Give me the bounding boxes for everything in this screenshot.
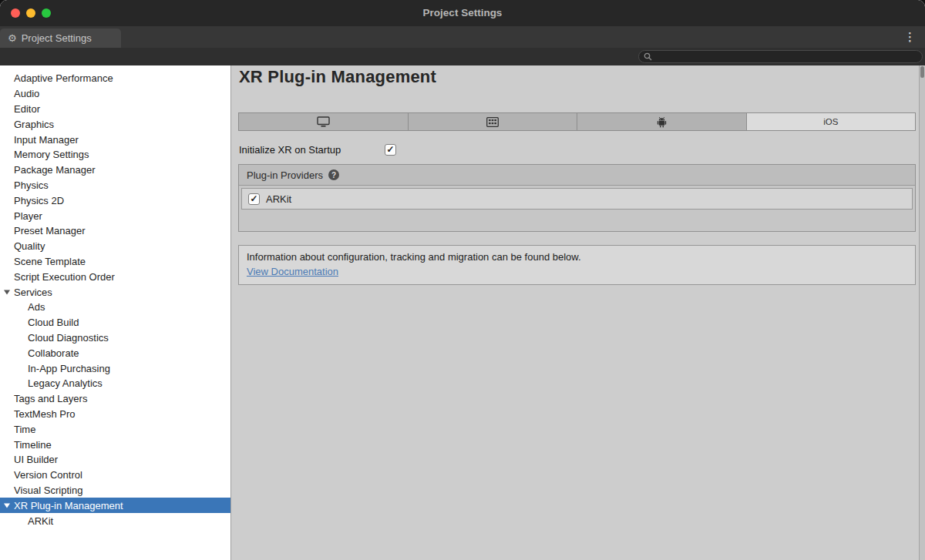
scrollbar-thumb[interactable]: [920, 66, 924, 78]
sidebar-item-label: Input Manager: [14, 134, 79, 146]
page-title: XR Plug-in Management: [239, 67, 436, 87]
sidebar-item-label: Services: [14, 287, 52, 298]
sidebar-item-in-app-purchasing[interactable]: In-App Purchasing: [0, 360, 230, 376]
sidebar-item-physics-2d[interactable]: Physics 2D: [0, 193, 230, 208]
search-toolbar: [0, 48, 925, 65]
sidebar-item-label: ARKit: [28, 515, 53, 527]
sidebar-item-cloud-diagnostics[interactable]: Cloud Diagnostics: [0, 330, 230, 346]
sidebar-item-label: Version Control: [14, 469, 82, 481]
sidebar-item-player[interactable]: Player: [0, 208, 230, 223]
android-icon: [657, 116, 667, 128]
sidebar-item-textmesh-pro[interactable]: TextMesh Pro: [0, 407, 230, 422]
sidebar-item-label: Physics 2D: [14, 195, 64, 206]
content-area: Adaptive PerformanceAudioEditorGraphicsI…: [0, 65, 925, 560]
window-title: Project Settings: [0, 0, 925, 26]
platform-tab-ios[interactable]: iOS: [746, 113, 916, 130]
sidebar-item-input-manager[interactable]: Input Manager: [0, 132, 230, 147]
sidebar-item-label: Preset Manager: [14, 225, 86, 236]
tab-bar: ⚙ Project Settings ⋮: [0, 26, 925, 48]
sidebar-item-legacy-analytics[interactable]: Legacy Analytics: [0, 376, 230, 391]
titlebar: Project Settings: [0, 0, 925, 26]
kebab-menu-icon[interactable]: ⋮: [904, 30, 916, 44]
sidebar-item-scene-template[interactable]: Scene Template: [0, 254, 230, 270]
sidebar-item-label: Script Execution Order: [14, 271, 115, 283]
sidebar-item-label: Graphics: [14, 119, 54, 130]
sidebar-item-adaptive-performance[interactable]: Adaptive Performance: [0, 71, 230, 86]
search-input[interactable]: [638, 50, 923, 63]
sidebar-item-label: Tags and Layers: [14, 393, 87, 404]
initialize-xr-row: Initialize XR on Startup ✓: [239, 142, 396, 157]
sidebar-item-label: TextMesh Pro: [14, 408, 75, 420]
sidebar-item-label: UI Builder: [14, 454, 58, 465]
sidebar-item-services[interactable]: Services: [0, 284, 230, 300]
sidebar-item-label: Ads: [28, 301, 45, 313]
sidebar-item-label: Legacy Analytics: [28, 377, 103, 389]
platform-tab-desktop[interactable]: [239, 113, 408, 130]
sidebar-item-visual-scripting[interactable]: Visual Scripting: [0, 483, 230, 498]
sidebar-item-label: XR Plug-in Management: [14, 500, 123, 511]
monitor-icon: [317, 116, 330, 127]
checkmark-icon: ✓: [386, 145, 394, 154]
plugin-providers-title: Plug-in Providers: [247, 169, 323, 181]
disclosure-triangle-icon[interactable]: [4, 504, 10, 508]
provider-label: ARKit: [266, 193, 291, 205]
platform-tab-windows[interactable]: [408, 113, 577, 130]
checkmark-icon: ✓: [250, 194, 257, 203]
sidebar-item-ui-builder[interactable]: UI Builder: [0, 452, 230, 468]
provider-row-arkit[interactable]: ✓ ARKit: [241, 188, 913, 210]
init-xr-label: Initialize XR on Startup: [239, 144, 385, 156]
sidebar-item-label: Collaborate: [28, 347, 79, 359]
sidebar-item-xr-plug-in-management[interactable]: XR Plug-in Management: [0, 498, 230, 513]
sidebar-item-quality[interactable]: Quality: [0, 239, 230, 254]
sidebar-item-timeline[interactable]: Timeline: [0, 437, 230, 452]
sidebar-item-graphics[interactable]: Graphics: [0, 116, 230, 132]
sidebar-item-label: Physics: [14, 179, 49, 191]
sidebar-item-label: Player: [14, 210, 42, 222]
sidebar-item-label: Memory Settings: [14, 149, 89, 160]
platform-tab-android[interactable]: [577, 113, 746, 130]
sidebar-item-physics[interactable]: Physics: [0, 178, 230, 193]
info-text: Information about configuration, trackin…: [247, 250, 907, 264]
sidebar-item-label: Adaptive Performance: [14, 72, 113, 84]
sidebar-item-label: In-App Purchasing: [28, 363, 110, 374]
sidebar-item-collaborate[interactable]: Collaborate: [0, 345, 230, 360]
arkit-checkbox[interactable]: ✓: [248, 193, 260, 205]
platform-tab-strip: iOS: [238, 112, 916, 131]
disclosure-triangle-icon[interactable]: [4, 290, 10, 295]
sidebar-item-time[interactable]: Time: [0, 421, 230, 437]
sidebar-item-label: Editor: [14, 103, 40, 115]
platform-tab-label: iOS: [823, 117, 838, 126]
project-settings-window: Project Settings ⚙ Project Settings ⋮ Ad…: [0, 0, 925, 560]
sidebar-item-preset-manager[interactable]: Preset Manager: [0, 223, 230, 239]
init-xr-checkbox[interactable]: ✓: [385, 144, 396, 156]
sidebar-item-label: Audio: [14, 88, 39, 99]
sidebar-item-cloud-build[interactable]: Cloud Build: [0, 315, 230, 330]
settings-sidebar: Adaptive PerformanceAudioEditorGraphicsI…: [0, 65, 231, 560]
sidebar-item-editor[interactable]: Editor: [0, 102, 230, 117]
sidebar-item-memory-settings[interactable]: Memory Settings: [0, 147, 230, 163]
sidebar-item-ads[interactable]: Ads: [0, 300, 230, 315]
sidebar-item-version-control[interactable]: Version Control: [0, 468, 230, 483]
sidebar-item-label: Cloud Diagnostics: [28, 332, 109, 344]
sidebar-item-audio[interactable]: Audio: [0, 86, 230, 102]
sidebar-item-label: Time: [14, 424, 35, 435]
sidebar-item-label: Package Manager: [14, 164, 96, 176]
sidebar-item-label: Cloud Build: [28, 317, 79, 328]
main-scrollbar[interactable]: [919, 65, 925, 560]
info-box: Information about configuration, trackin…: [238, 245, 916, 285]
sidebar-item-script-execution-order[interactable]: Script Execution Order: [0, 269, 230, 284]
search-icon: [644, 52, 652, 61]
view-documentation-link[interactable]: View Documentation: [247, 264, 338, 279]
plugin-providers-header: Plug-in Providers ?: [239, 165, 915, 186]
tab-project-settings[interactable]: ⚙ Project Settings: [0, 29, 121, 48]
help-icon[interactable]: ?: [328, 169, 339, 180]
sidebar-item-package-manager[interactable]: Package Manager: [0, 163, 230, 178]
sidebar-item-label: Timeline: [14, 439, 52, 451]
sidebar-item-tags-and-layers[interactable]: Tags and Layers: [0, 391, 230, 407]
sidebar-item-label: Quality: [14, 240, 45, 252]
grid-icon: [486, 117, 499, 127]
sidebar-item-label: Visual Scripting: [14, 485, 82, 496]
sidebar-item-arkit[interactable]: ARKit: [0, 513, 230, 528]
sidebar-item-label: Scene Template: [14, 256, 86, 267]
tab-label: Project Settings: [22, 32, 92, 44]
